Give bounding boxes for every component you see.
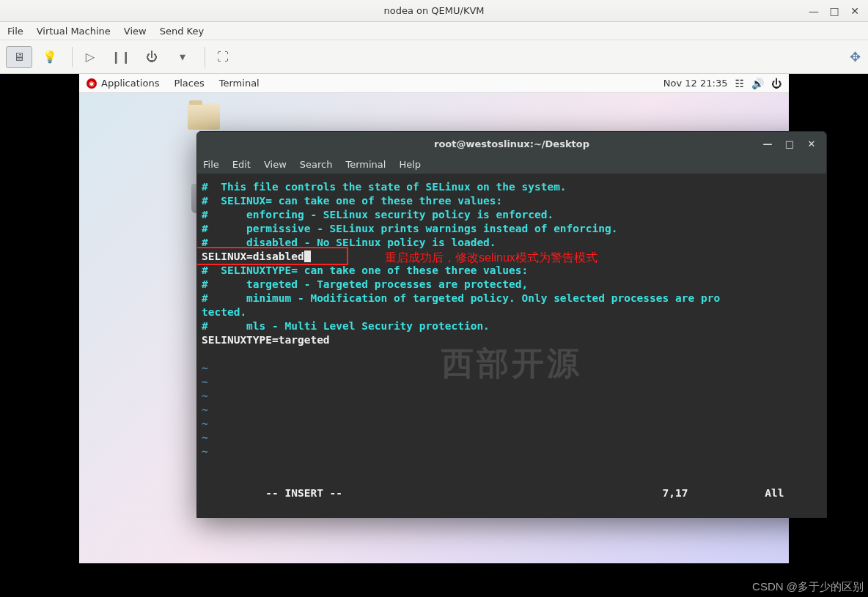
- chevron-down-icon: ▾: [180, 50, 185, 64]
- terminal-line: # minimum - Modification of targeted pol…: [202, 292, 822, 305]
- vim-tilde-line: ~: [202, 431, 822, 445]
- terminal-minimize-button[interactable]: —: [760, 136, 775, 151]
- play-icon: ▷: [86, 50, 95, 64]
- fullscreen-icon: ⛶: [217, 50, 229, 64]
- vim-percent: All: [765, 487, 784, 499]
- sound-icon[interactable]: 🔊: [751, 78, 764, 89]
- pause-icon: ❙❙: [111, 50, 131, 64]
- vim-tilde-line: ~: [202, 445, 822, 459]
- guest-screen[interactable]: ◉ Applications Places Terminal Nov 12 21…: [0, 74, 868, 597]
- terminal-line: [202, 347, 822, 361]
- guest-desktop[interactable]: ◉ Applications Places Terminal Nov 12 21…: [79, 74, 789, 563]
- redhat-icon: ◉: [87, 78, 97, 89]
- terminal-line: # SELINUXTYPE= can take one of these thr…: [202, 264, 822, 278]
- fullscreen-button[interactable]: ⛶: [210, 46, 236, 68]
- annotation-text: 重启成功后，修改selinux模式为警告模式: [385, 251, 597, 264]
- minimize-button[interactable]: —: [806, 4, 821, 18]
- terminal-menubar: File Edit View Search Terminal Help: [197, 155, 826, 174]
- applications-menu[interactable]: Applications: [101, 78, 159, 89]
- gnome-top-bar: ◉ Applications Places Terminal Nov 12 21…: [79, 74, 789, 93]
- vim-status-line: -- INSERT -- 7,17 All: [202, 472, 822, 514]
- vim-tilde-line: ~: [202, 389, 822, 403]
- vim-tilde-line: ~: [202, 375, 822, 389]
- terminal-menu-terminal[interactable]: Terminal: [345, 159, 386, 170]
- menu-view[interactable]: View: [124, 26, 147, 37]
- folder-icon: [188, 103, 220, 130]
- terminal-line: SELINUXTYPE=targeted: [202, 333, 822, 347]
- separator: [72, 47, 73, 67]
- menu-virtual-machine[interactable]: Virtual Machine: [37, 26, 111, 37]
- terminal-window[interactable]: root@westoslinux:~/Desktop — □ ✕ File Ed…: [196, 131, 827, 518]
- vm-viewer-menubar: File Virtual Machine View Send Key: [0, 22, 868, 40]
- separator: [205, 47, 205, 67]
- clock[interactable]: Nov 12 21:35: [663, 78, 728, 89]
- terminal-menu-help[interactable]: Help: [399, 159, 421, 170]
- terminal-line: # mls - Multi Level Security protection.: [202, 319, 822, 333]
- power-icon: ⏻: [146, 50, 158, 64]
- menu-send-key[interactable]: Send Key: [160, 26, 204, 37]
- terminal-menu-file[interactable]: File: [203, 159, 219, 170]
- run-button[interactable]: ▷: [77, 46, 103, 68]
- vim-position: 7,17: [663, 487, 688, 499]
- csdn-watermark: CSDN @多于少的区别: [752, 580, 864, 594]
- terminal-close-button[interactable]: ✕: [804, 136, 819, 151]
- shutdown-button[interactable]: ⏻: [139, 46, 165, 68]
- terminal-maximize-button[interactable]: □: [782, 136, 797, 151]
- network-icon[interactable]: ☷: [735, 78, 744, 89]
- vm-viewer-toolbar: 🖥 💡 ▷ ❙❙ ⏻ ▾ ⛶ ✥: [0, 40, 868, 74]
- vm-viewer-title: nodea on QEMU/KVM: [383, 5, 484, 16]
- vim-tilde-line: ~: [202, 403, 822, 417]
- console-button[interactable]: 🖥: [6, 46, 32, 68]
- vm-viewer-titlebar: nodea on QEMU/KVM — □ ✕: [0, 0, 868, 22]
- pause-button[interactable]: ❙❙: [108, 46, 134, 68]
- terminal-app-indicator[interactable]: Terminal: [219, 78, 260, 89]
- terminal-line: # targeted - Targeted processes are prot…: [202, 278, 822, 292]
- terminal-menu-edit[interactable]: Edit: [232, 159, 251, 170]
- vim-tilde-line: ~: [202, 417, 822, 431]
- terminal-menu-view[interactable]: View: [264, 159, 287, 170]
- terminal-body[interactable]: # This file controls the state of SELinu…: [197, 174, 826, 517]
- bulb-icon: 💡: [43, 50, 57, 64]
- terminal-line: tected.: [202, 305, 822, 319]
- terminal-line: # This file controls the state of SELinu…: [202, 180, 822, 194]
- info-button[interactable]: 💡: [37, 46, 63, 68]
- terminal-title: root@westoslinux:~/Desktop: [434, 138, 589, 149]
- menu-file[interactable]: File: [7, 26, 23, 37]
- terminal-menu-search[interactable]: Search: [300, 159, 333, 170]
- terminal-titlebar[interactable]: root@westoslinux:~/Desktop — □ ✕: [197, 132, 826, 155]
- places-menu[interactable]: Places: [174, 78, 204, 89]
- terminal-line: # enforcing - SELinux security policy is…: [202, 208, 822, 222]
- terminal-line: # disabled - No SELinux policy is loaded…: [202, 236, 822, 250]
- text-cursor: [304, 251, 311, 262]
- move-icon: ✥: [850, 49, 861, 64]
- maximize-button[interactable]: □: [827, 4, 842, 18]
- terminal-line: # permissive - SELinux prints warnings i…: [202, 222, 822, 236]
- power-menu-icon[interactable]: ⏻: [771, 78, 781, 89]
- vim-mode: -- INSERT --: [265, 487, 342, 499]
- monitor-icon: 🖥: [13, 50, 25, 64]
- vim-tilde-line: ~: [202, 361, 822, 375]
- terminal-line: # SELINUX= can take one of these three v…: [202, 194, 822, 208]
- close-button[interactable]: ✕: [847, 4, 862, 18]
- shutdown-dropdown[interactable]: ▾: [169, 46, 196, 68]
